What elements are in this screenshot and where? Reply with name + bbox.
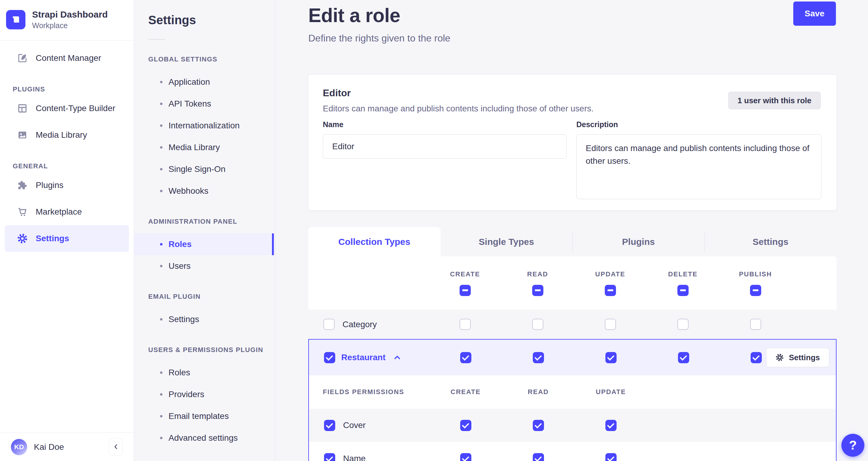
- role-name-heading: Editor: [323, 87, 351, 99]
- fields-column-update: UPDATE: [575, 388, 647, 396]
- tab-plugins[interactable]: Plugins: [572, 227, 705, 256]
- sidebar-section-plugins: PLUGINS: [13, 85, 129, 93]
- column-header-delete: DELETE: [668, 270, 698, 278]
- sidebar-item-label: Content Manager: [36, 53, 101, 63]
- subnav-item-single-sign-on[interactable]: Single Sign-On: [134, 158, 275, 180]
- sidebar-footer: KD Kai Doe ‹: [0, 433, 134, 461]
- gear-icon: [17, 233, 28, 244]
- question-mark-icon: ?: [849, 438, 857, 453]
- bullet-icon: [160, 190, 162, 192]
- description-textarea[interactable]: Editors can manage and publish contents …: [576, 135, 822, 199]
- restaurant-read-checkbox[interactable]: [533, 352, 544, 363]
- subnav-item-label: Webhooks: [168, 186, 209, 196]
- avatar[interactable]: KD: [11, 439, 27, 455]
- subnav-item-up-providers[interactable]: Providers: [134, 383, 275, 405]
- select-all-read-checkbox[interactable]: [532, 285, 544, 296]
- cover-row-checkbox[interactable]: [324, 420, 335, 431]
- restaurant-update-checkbox[interactable]: [606, 352, 617, 363]
- select-all-delete-checkbox[interactable]: [677, 285, 689, 296]
- name-update-checkbox[interactable]: [606, 453, 617, 461]
- bullet-icon: [160, 243, 162, 246]
- name-field-label: Name: [323, 120, 343, 128]
- workspace-switcher[interactable]: Strapi Dashboard Workplace: [0, 0, 134, 40]
- permission-row-restaurant: Restaurant Settings: [309, 340, 836, 375]
- field-label: Cover: [343, 421, 366, 430]
- restaurant-row-checkbox[interactable]: [324, 352, 335, 363]
- name-input[interactable]: [323, 135, 567, 159]
- subnav-section-email-plugin: EMAIL PLUGIN: [148, 293, 275, 300]
- picture-icon: [17, 129, 28, 140]
- subnav-item-api-tokens[interactable]: API Tokens: [134, 93, 275, 115]
- name-create-checkbox[interactable]: [460, 453, 471, 461]
- fields-column-read: READ: [502, 388, 575, 396]
- select-all-update-checkbox[interactable]: [605, 285, 616, 296]
- tab-single-types[interactable]: Single Types: [440, 227, 573, 256]
- main-sidebar: Strapi Dashboard Workplace Content Manag…: [0, 0, 134, 461]
- cover-create-checkbox[interactable]: [460, 420, 471, 431]
- category-update-checkbox[interactable]: [605, 319, 616, 330]
- restaurant-delete-checkbox[interactable]: [678, 352, 689, 363]
- restaurant-publish-checkbox[interactable]: [751, 352, 762, 363]
- category-read-checkbox[interactable]: [532, 319, 544, 330]
- role-description-text: Editors can manage and publish contents …: [323, 104, 594, 114]
- subnav-item-label: Roles: [168, 239, 191, 249]
- sidebar-item-content-manager[interactable]: Content Manager: [5, 45, 129, 71]
- settings-subnav: Settings GLOBAL SETTINGS Application API…: [134, 0, 275, 461]
- fields-permissions-header: FIELDS PERMISSIONS CREATE READ UPDATE: [309, 375, 836, 409]
- select-all-publish-checkbox[interactable]: [750, 285, 761, 296]
- select-all-create-checkbox[interactable]: [460, 285, 471, 296]
- subnav-item-label: Application: [168, 77, 210, 87]
- subnav-item-label: Email templates: [168, 411, 229, 421]
- subnav-item-application[interactable]: Application: [134, 71, 275, 93]
- name-row-checkbox[interactable]: [324, 453, 335, 461]
- subnav-item-webhooks[interactable]: Webhooks: [134, 180, 275, 202]
- subnav-item-label: Internationalization: [168, 121, 240, 131]
- category-create-checkbox[interactable]: [460, 319, 471, 330]
- category-delete-checkbox[interactable]: [677, 319, 689, 330]
- page-title: Edit a role: [308, 4, 451, 27]
- save-button[interactable]: Save: [793, 1, 836, 26]
- tab-settings[interactable]: Settings: [705, 227, 837, 256]
- subnav-item-label: Single Sign-On: [168, 164, 225, 174]
- workspace-title: Strapi Dashboard: [32, 9, 108, 20]
- subnav-item-up-roles[interactable]: Roles: [134, 362, 275, 383]
- workspace-subtitle: Workplace: [32, 21, 108, 30]
- sidebar-item-media-library[interactable]: Media Library: [5, 122, 129, 148]
- column-header-update: UPDATE: [595, 270, 625, 278]
- restaurant-create-checkbox[interactable]: [460, 352, 471, 363]
- help-button[interactable]: ?: [841, 434, 864, 457]
- permissions-tabs: Collection Types Single Types Plugins Se…: [308, 227, 837, 256]
- cover-read-checkbox[interactable]: [533, 420, 544, 431]
- sidebar-item-marketplace[interactable]: Marketplace: [5, 199, 129, 225]
- chevron-up-icon[interactable]: [393, 353, 402, 362]
- subnav-item-internationalization[interactable]: Internationalization: [134, 115, 275, 137]
- users-with-role-button[interactable]: 1 user with this role: [728, 92, 821, 109]
- sidebar-item-plugins[interactable]: Plugins: [5, 172, 129, 199]
- subnav-item-admin-roles[interactable]: Roles: [134, 233, 275, 255]
- bullet-icon: [160, 371, 162, 374]
- bullet-icon: [160, 81, 162, 83]
- column-header-read: READ: [527, 270, 548, 278]
- sidebar-item-content-type-builder[interactable]: Content-Type Builder: [5, 95, 129, 122]
- name-read-checkbox[interactable]: [533, 453, 544, 461]
- subnav-item-admin-users[interactable]: Users: [134, 255, 275, 277]
- category-publish-checkbox[interactable]: [750, 319, 761, 330]
- tab-collection-types[interactable]: Collection Types: [308, 227, 440, 256]
- cover-update-checkbox[interactable]: [606, 420, 617, 431]
- sidebar-item-label: Settings: [36, 234, 69, 243]
- bullet-icon: [160, 146, 162, 149]
- column-header-publish: PUBLISH: [739, 270, 772, 278]
- subnav-item-media-library[interactable]: Media Library: [134, 137, 275, 158]
- subnav-item-up-email-templates[interactable]: Email templates: [134, 405, 275, 427]
- content-type-label[interactable]: Category: [342, 320, 377, 329]
- subnav-item-email-settings[interactable]: Settings: [134, 309, 275, 330]
- restaurant-settings-button[interactable]: Settings: [766, 348, 829, 367]
- category-row-checkbox[interactable]: [323, 319, 335, 330]
- description-field-label: Description: [576, 120, 618, 128]
- subnav-item-label: Advanced settings: [168, 433, 238, 443]
- settings-button-label: Settings: [789, 353, 820, 362]
- subnav-item-up-advanced-settings[interactable]: Advanced settings: [134, 427, 275, 449]
- sidebar-item-settings[interactable]: Settings: [5, 225, 129, 252]
- sidebar-collapse-button[interactable]: ‹: [109, 438, 123, 456]
- content-type-label[interactable]: Restaurant: [341, 353, 385, 362]
